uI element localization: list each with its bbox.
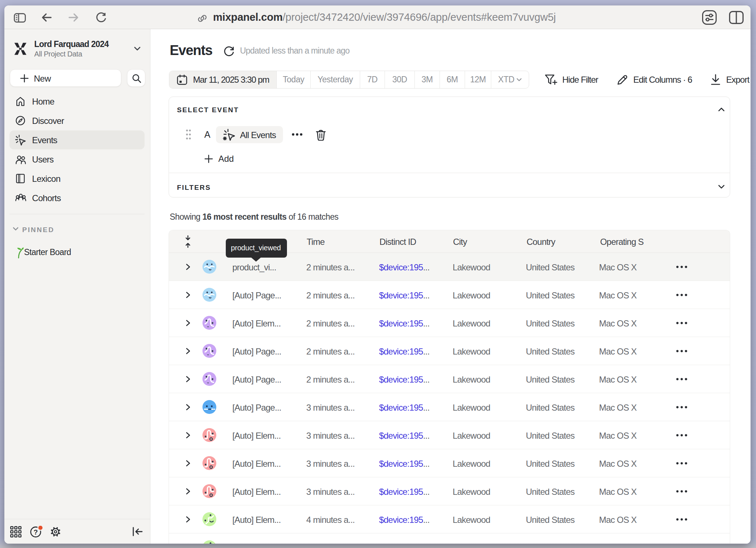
svg-text:?: ?: [34, 528, 38, 536]
